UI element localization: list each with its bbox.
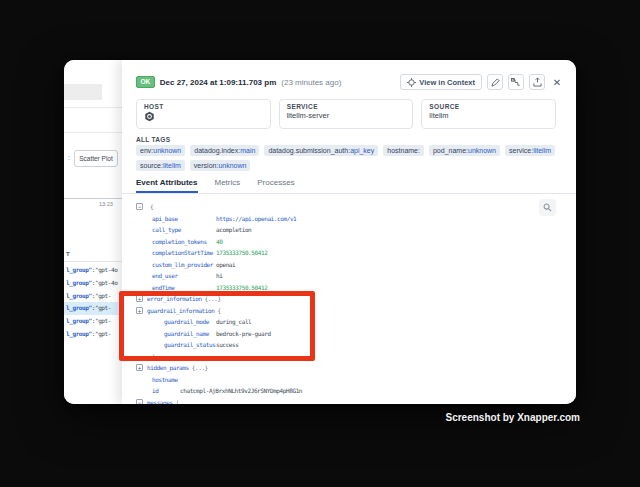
attribute-value: 1735333750.50412 — [216, 284, 267, 291]
attribute-value: openai — [216, 261, 235, 268]
attribute-punct: {...} — [205, 295, 221, 302]
info-boxes: HOST SERVICE litellm-server SOURCE litel… — [136, 99, 556, 129]
attribute-row: call_typeacompletion — [122, 224, 576, 236]
tag-pill[interactable]: version:unknown — [190, 160, 251, 171]
log-list-row[interactable]: l_group":"gpt-4o — [64, 264, 122, 277]
attribute-row: guardrail_modeduring_call — [122, 316, 576, 328]
tag-pill[interactable]: hostname: — [383, 145, 424, 156]
collapse-icon[interactable]: − — [136, 399, 143, 404]
attribute-row: +error_information{...} — [122, 293, 576, 305]
log-list-row[interactable]: l_group":"gpt- — [64, 290, 122, 303]
attribute-punct: [ — [176, 399, 179, 405]
expand-icon[interactable]: + — [136, 307, 143, 314]
background-block — [64, 84, 102, 100]
tab-metrics[interactable]: Metrics — [215, 174, 241, 193]
log-row-key: l_group" — [66, 304, 92, 311]
attribute-key: completionStartTime — [152, 247, 216, 259]
attribute-row: −messages[ — [122, 397, 576, 405]
watermark-text: Screenshot by Xnapper.com — [446, 412, 581, 423]
attribute-punct: {...} — [192, 364, 208, 371]
tag-key: datadog.submission_auth: — [268, 147, 350, 154]
log-list-row[interactable]: l_group":"gpt- — [64, 302, 122, 315]
attribute-key: custom_llm_provider — [152, 259, 216, 271]
status-badge: OK — [136, 76, 155, 88]
divider — [64, 261, 122, 262]
tag-pill[interactable]: service:litellm — [505, 145, 555, 156]
tag-pill[interactable]: source:litellm — [136, 160, 185, 171]
tag-value: api_key — [350, 147, 374, 154]
chart-axis-line — [64, 198, 122, 199]
tag-key: source: — [140, 162, 163, 169]
service-box[interactable]: SERVICE litellm-server — [279, 99, 414, 129]
attribute-value: success — [216, 341, 239, 348]
export-icon — [533, 77, 542, 87]
expand-icon[interactable]: + — [136, 364, 143, 371]
scope-icon — [407, 78, 416, 87]
attribute-key: call_type — [152, 224, 216, 236]
tag-value: unknown — [218, 162, 246, 169]
attribute-key: guardrail_mode — [164, 316, 216, 328]
tag-key: hostname: — [387, 147, 420, 154]
event-timestamp: Dec 27, 2024 at 1:09:11.703 pm — [160, 78, 277, 87]
tag-key: env: — [140, 147, 153, 154]
background-page-strip: : Scatter Plot 13:23 T l_group":"gpt-4ol… — [64, 60, 122, 404]
tag-pill[interactable]: env:unknown — [136, 145, 185, 156]
service-value: litellm-server — [287, 111, 406, 120]
divider — [64, 107, 122, 108]
host-box[interactable]: HOST — [136, 99, 271, 129]
attribute-row: end_userhi — [122, 270, 576, 282]
attribute-value: https://api.openai.com/v1 — [216, 215, 296, 222]
tab-processes[interactable]: Processes — [257, 174, 294, 193]
related-traces-button[interactable] — [508, 74, 524, 90]
attribute-row: api_basehttps://api.openai.com/v1 — [122, 213, 576, 225]
log-row-value: :"gpt- — [92, 317, 111, 324]
tag-value: main — [240, 147, 255, 154]
attribute-key: completion_tokens — [152, 236, 216, 248]
divider — [64, 132, 122, 133]
view-in-context-label: View in Context — [419, 78, 475, 87]
tag-pill[interactable]: datadog.index:main — [190, 145, 259, 156]
source-label: SOURCE — [429, 103, 548, 110]
event-relative-time: (23 minutes ago) — [281, 78, 341, 87]
scatter-plot-button[interactable]: Scatter Plot — [74, 150, 118, 167]
attribute-value: during_call — [216, 318, 251, 325]
attribute-key: guardrail_information — [147, 307, 214, 314]
log-list-row[interactable]: l_group":"gpt- — [64, 315, 122, 328]
view-in-context-button[interactable]: View in Context — [400, 74, 482, 90]
attribute-key: end_user — [152, 270, 216, 282]
log-row-key: l_group" — [66, 317, 92, 324]
tag-key: version: — [194, 162, 219, 169]
service-label: SERVICE — [287, 103, 406, 110]
expand-icon[interactable]: + — [136, 295, 143, 302]
attribute-punct: } — [152, 353, 155, 360]
attribute-value: acompletion — [216, 226, 251, 233]
log-list-row[interactable]: l_group":"gpt-4o — [64, 277, 122, 290]
source-box[interactable]: SOURCE litellm — [421, 99, 556, 129]
tag-list: env:unknowndatadog.index:maindatadog.sub… — [136, 145, 562, 171]
source-value: litellm — [429, 111, 548, 120]
tag-value: unknown — [153, 147, 181, 154]
tab-event-attributes[interactable]: Event Attributes — [136, 174, 198, 193]
collapse-icon[interactable]: − — [136, 203, 143, 210]
attribute-row: endTime1735333750.50412 — [122, 282, 576, 294]
log-row-value: :"gpt-4o — [92, 279, 118, 286]
edit-button[interactable] — [487, 74, 503, 90]
close-icon[interactable]: ✕ — [550, 74, 564, 90]
log-row-list: l_group":"gpt-4ol_group":"gpt-4ol_group"… — [64, 264, 122, 341]
host-hexagon-icon — [144, 111, 155, 122]
attribute-row: guardrail_statussuccess — [122, 339, 576, 351]
attribute-key: hidden_params — [147, 364, 189, 371]
export-button[interactable] — [529, 74, 545, 90]
attribute-key: messages — [147, 399, 173, 405]
attribute-row: idchatcmpl-AjBrxhNLht9v2J6rSNYDmp4pH8G1n — [122, 385, 576, 397]
log-row-key: l_group" — [66, 330, 92, 337]
tag-pill[interactable]: datadog.submission_auth:api_key — [264, 145, 378, 156]
all-tags-label: ALL TAGS — [136, 136, 170, 143]
log-row-key: l_group" — [66, 292, 92, 299]
tag-pill[interactable]: pod_name:unknown — [429, 145, 500, 156]
log-list-row[interactable]: l_group":"gpt- — [64, 328, 122, 341]
attribute-row: −{ — [122, 201, 576, 213]
attribute-value: 40 — [216, 238, 222, 245]
table-header: T — [66, 251, 70, 257]
attribute-key: guardrail_name — [164, 328, 216, 340]
